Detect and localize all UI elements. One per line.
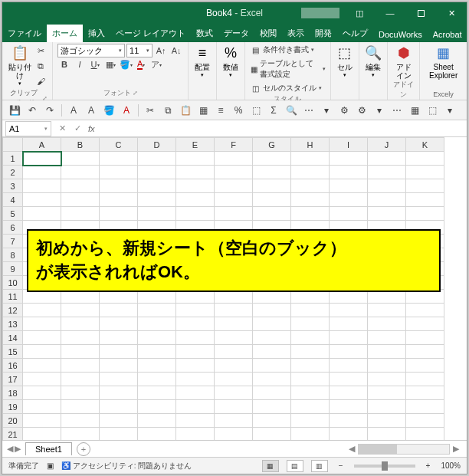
tab-insert[interactable]: 挿入	[83, 25, 110, 42]
cell[interactable]	[330, 304, 368, 317]
cell[interactable]	[253, 345, 291, 359]
cell[interactable]	[176, 207, 215, 221]
cell[interactable]	[368, 414, 406, 428]
cell[interactable]	[61, 428, 100, 441]
sheet-explorer-button[interactable]: ▦ Sheet Explorer	[425, 44, 462, 80]
cell[interactable]	[253, 331, 291, 345]
cell[interactable]	[291, 386, 330, 400]
cell[interactable]	[330, 373, 368, 386]
cell[interactable]	[291, 414, 330, 428]
cell[interactable]	[215, 152, 253, 166]
cell[interactable]	[100, 166, 138, 179]
cell[interactable]	[176, 317, 215, 331]
cell[interactable]	[23, 152, 61, 166]
worksheet-grid[interactable]: ABCDEFGHIJK12345678910111213141516171819…	[2, 137, 467, 440]
font-color-icon[interactable]: A	[119, 103, 134, 118]
tab-acrobat[interactable]: Acrobat	[428, 27, 467, 42]
cell[interactable]	[330, 428, 368, 441]
cell[interactable]	[61, 152, 100, 166]
font-format-icon[interactable]: A	[66, 103, 81, 118]
qat-icon[interactable]: ▾	[372, 103, 387, 118]
zoom-in-button[interactable]: +	[423, 461, 434, 470]
undo-icon[interactable]: ↶	[25, 103, 40, 118]
cell[interactable]	[291, 152, 330, 166]
accessibility-status[interactable]: ♿ アクセシビリティ: 問題ありません	[61, 461, 192, 471]
qat-icon[interactable]: ⚙	[354, 103, 369, 118]
new-sheet-button[interactable]: +	[77, 442, 90, 456]
row-header[interactable]: 10	[3, 276, 23, 290]
cell[interactable]	[330, 386, 368, 400]
cell[interactable]	[291, 373, 330, 386]
cell[interactable]	[61, 345, 100, 359]
cell[interactable]	[330, 359, 368, 373]
column-header[interactable]: K	[406, 138, 444, 152]
cell[interactable]	[138, 331, 176, 345]
qat-icon[interactable]: ⬚	[248, 103, 264, 118]
cell[interactable]	[330, 152, 368, 166]
column-header[interactable]: F	[215, 138, 253, 152]
tab-home[interactable]: ホーム	[47, 25, 83, 42]
cell[interactable]	[253, 414, 291, 428]
cell[interactable]	[368, 345, 406, 359]
view-page-layout-button[interactable]: ▤	[287, 460, 303, 472]
cell[interactable]	[61, 179, 100, 193]
phonetic-button[interactable]: ア▾	[149, 57, 163, 71]
cells-button[interactable]: ⬚ セル ▾	[336, 44, 354, 78]
cell[interactable]	[61, 414, 100, 428]
decrease-font-icon[interactable]: A↓	[169, 44, 183, 57]
maximize-button[interactable]	[405, 2, 436, 24]
tab-help[interactable]: ヘルプ	[337, 25, 373, 42]
column-header[interactable]: A	[23, 138, 61, 152]
column-header[interactable]: J	[368, 138, 406, 152]
cell[interactable]	[100, 428, 138, 441]
paste-button[interactable]: 📋 貼り付け ▾	[7, 44, 32, 87]
cell[interactable]	[253, 179, 291, 193]
enter-icon[interactable]: ✓	[70, 123, 85, 133]
addins-button[interactable]: ⬢ アドイン	[392, 44, 415, 80]
column-header[interactable]: C	[100, 138, 138, 152]
cell[interactable]	[215, 166, 253, 179]
cell[interactable]	[330, 179, 368, 193]
italic-button[interactable]: I	[73, 57, 87, 71]
qat-more-icon[interactable]: ▾	[442, 103, 458, 118]
cell[interactable]	[291, 331, 330, 345]
cell[interactable]	[176, 386, 215, 400]
row-header[interactable]: 8	[3, 248, 23, 262]
cell[interactable]	[138, 400, 176, 414]
minimize-button[interactable]: —	[375, 2, 405, 24]
cell[interactable]	[61, 359, 100, 373]
font-size-select[interactable]: 11▾	[126, 44, 153, 57]
cell[interactable]	[330, 345, 368, 359]
cell[interactable]	[330, 317, 368, 331]
cell[interactable]	[100, 345, 138, 359]
cell[interactable]	[138, 414, 176, 428]
cell[interactable]	[253, 359, 291, 373]
cell[interactable]	[291, 193, 330, 207]
cell[interactable]	[406, 317, 444, 331]
cell[interactable]	[61, 166, 100, 179]
row-header[interactable]: 7	[3, 235, 23, 248]
qat-icon[interactable]: ▦	[407, 103, 422, 118]
cell[interactable]	[368, 193, 406, 207]
tab-developer[interactable]: 開発	[310, 25, 337, 42]
cell[interactable]	[138, 373, 176, 386]
horizontal-scrollbar[interactable]	[358, 444, 450, 455]
name-box[interactable]: A1▾	[5, 121, 51, 136]
cell[interactable]	[406, 400, 444, 414]
cell[interactable]	[23, 386, 61, 400]
cell[interactable]	[291, 304, 330, 317]
sheet-nav-prev-icon[interactable]: ◀	[7, 444, 13, 454]
column-header[interactable]: D	[138, 138, 176, 152]
cell[interactable]	[253, 373, 291, 386]
cell[interactable]	[368, 152, 406, 166]
cell[interactable]	[215, 414, 253, 428]
border-button[interactable]: ▦▾	[103, 57, 117, 71]
cell[interactable]	[330, 166, 368, 179]
cell[interactable]	[406, 386, 444, 400]
cell[interactable]	[176, 193, 215, 207]
cell[interactable]	[100, 331, 138, 345]
cell[interactable]	[23, 304, 61, 317]
cell[interactable]	[61, 331, 100, 345]
row-header[interactable]: 21	[3, 428, 23, 441]
cell[interactable]	[100, 179, 138, 193]
